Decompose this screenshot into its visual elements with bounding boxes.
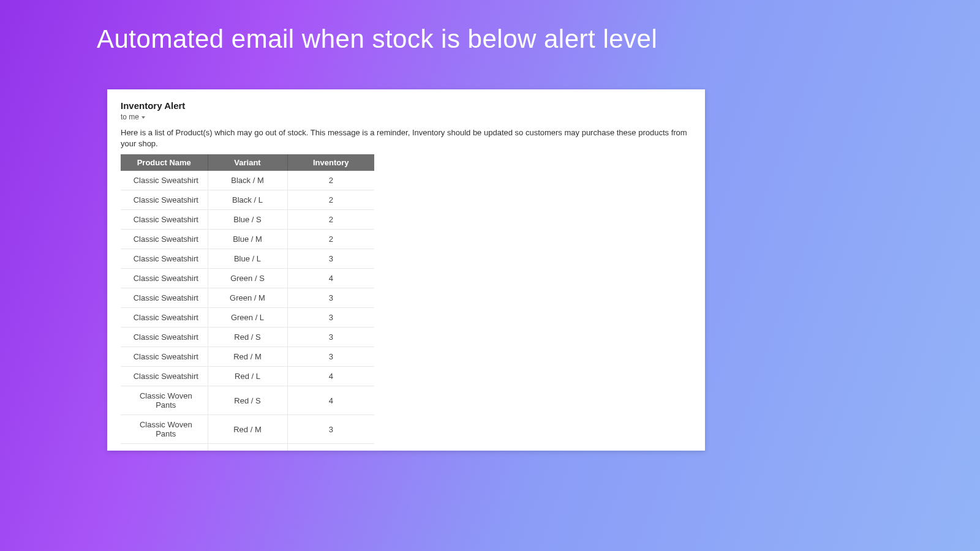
- table-row: Classic SweatshirtGreen / L3: [121, 308, 374, 328]
- table-cell-product: Classic Sweatshirt: [121, 230, 208, 249]
- table-cell-product: Classic Woven Pants: [121, 444, 208, 451]
- email-subject: Inventory Alert: [121, 100, 692, 111]
- table-row: Classic Woven PantsRed / M3: [121, 415, 374, 444]
- table-cell-inventory: 3: [287, 415, 374, 444]
- table-cell-product: Classic Sweatshirt: [121, 328, 208, 347]
- table-cell-inventory: 3: [287, 249, 374, 269]
- table-cell-variant: Green / S: [208, 269, 287, 288]
- table-body: Classic SweatshirtBlack / M2Classic Swea…: [121, 171, 374, 451]
- table-row: Classic Woven PantsRed / L2: [121, 444, 374, 451]
- table-cell-inventory: 4: [287, 269, 374, 288]
- table-cell-product: Classic Sweatshirt: [121, 367, 208, 386]
- email-recipient-text: to me: [121, 113, 139, 121]
- table-row: Classic SweatshirtBlack / M2: [121, 171, 374, 190]
- table-cell-variant: Red / L: [208, 367, 287, 386]
- table-cell-variant: Red / M: [208, 415, 287, 444]
- table-cell-inventory: 2: [287, 210, 374, 230]
- table-cell-variant: Red / S: [208, 386, 287, 415]
- table-cell-variant: Black / M: [208, 171, 287, 190]
- table-header-product: Product Name: [121, 154, 208, 171]
- table-row: Classic SweatshirtBlue / L3: [121, 249, 374, 269]
- inventory-table: Product Name Variant Inventory Classic S…: [121, 154, 374, 451]
- table-row: Classic SweatshirtBlue / M2: [121, 230, 374, 249]
- table-header-variant: Variant: [208, 154, 287, 171]
- table-cell-product: Classic Sweatshirt: [121, 210, 208, 230]
- table-row: Classic SweatshirtGreen / M3: [121, 288, 374, 308]
- email-recipient-row[interactable]: to me: [121, 113, 692, 121]
- table-cell-inventory: 2: [287, 171, 374, 190]
- table-row: Classic SweatshirtRed / M3: [121, 347, 374, 367]
- table-cell-variant: Red / L: [208, 444, 287, 451]
- email-body-text: Here is a list of Product(s) which may g…: [121, 127, 692, 149]
- table-cell-variant: Blue / S: [208, 210, 287, 230]
- table-cell-product: Classic Sweatshirt: [121, 249, 208, 269]
- table-cell-variant: Black / L: [208, 190, 287, 210]
- table-cell-inventory: 3: [287, 288, 374, 308]
- table-cell-inventory: 3: [287, 308, 374, 328]
- table-cell-variant: Green / L: [208, 308, 287, 328]
- email-panel: Inventory Alert to me Here is a list of …: [107, 89, 705, 451]
- table-header-inventory: Inventory: [287, 154, 374, 171]
- table-row: Classic SweatshirtBlue / S2: [121, 210, 374, 230]
- table-cell-product: Classic Sweatshirt: [121, 347, 208, 367]
- table-cell-variant: Blue / M: [208, 230, 287, 249]
- table-cell-product: Classic Sweatshirt: [121, 288, 208, 308]
- table-cell-variant: Green / M: [208, 288, 287, 308]
- table-cell-inventory: 4: [287, 367, 374, 386]
- table-cell-inventory: 2: [287, 230, 374, 249]
- table-cell-product: Classic Sweatshirt: [121, 190, 208, 210]
- table-row: Classic SweatshirtGreen / S4: [121, 269, 374, 288]
- table-cell-product: Classic Woven Pants: [121, 386, 208, 415]
- table-cell-variant: Red / S: [208, 328, 287, 347]
- table-row: Classic Woven PantsRed / S4: [121, 386, 374, 415]
- table-cell-variant: Red / M: [208, 347, 287, 367]
- table-cell-inventory: 2: [287, 444, 374, 451]
- page-title: Automated email when stock is below aler…: [0, 0, 980, 54]
- table-cell-product: Classic Sweatshirt: [121, 308, 208, 328]
- table-cell-inventory: 3: [287, 328, 374, 347]
- table-row: Classic SweatshirtRed / S3: [121, 328, 374, 347]
- table-header-row: Product Name Variant Inventory: [121, 154, 374, 171]
- table-cell-product: Classic Sweatshirt: [121, 171, 208, 190]
- table-cell-variant: Blue / L: [208, 249, 287, 269]
- table-cell-product: Classic Sweatshirt: [121, 269, 208, 288]
- chevron-down-icon: [141, 116, 145, 119]
- table-cell-inventory: 2: [287, 190, 374, 210]
- table-cell-inventory: 4: [287, 386, 374, 415]
- table-cell-inventory: 3: [287, 347, 374, 367]
- table-cell-product: Classic Woven Pants: [121, 415, 208, 444]
- table-row: Classic SweatshirtRed / L4: [121, 367, 374, 386]
- table-row: Classic SweatshirtBlack / L2: [121, 190, 374, 210]
